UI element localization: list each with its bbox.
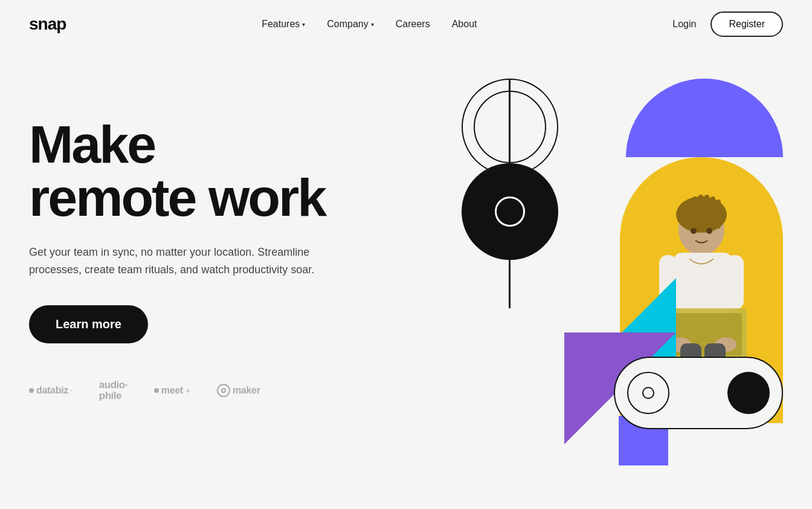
svg-point-16 [706, 228, 712, 234]
hero-description: Get your team in sync, no matter your lo… [29, 244, 319, 279]
pill-circle-filled-shape [727, 372, 770, 414]
black-circle-inner-shape [495, 196, 525, 227]
logo-databiz: databiz· [29, 385, 72, 396]
illustration-container [443, 79, 783, 441]
pill-outline-shape [614, 357, 783, 429]
hero-section: Make remote work Get your team in sync, … [0, 48, 812, 459]
dot-icon [29, 388, 34, 393]
nav-actions: Login Register [672, 11, 783, 37]
nav-item-careers[interactable]: Careers [396, 19, 430, 30]
nav-links: Features ▾ Company ▾ Careers About [262, 19, 477, 30]
pill-circle-inner-shape [642, 387, 654, 399]
nav-link-careers[interactable]: Careers [396, 19, 430, 29]
hero-title: Make remote work [29, 118, 419, 224]
purple-semicircle-shape [626, 79, 783, 157]
svg-rect-4 [698, 195, 703, 230]
dot-icon [154, 388, 159, 393]
hero-content: Make remote work Get your team in sync, … [29, 118, 443, 402]
chevron-down-icon: ▾ [302, 21, 305, 28]
nav-link-features[interactable]: Features ▾ [262, 19, 305, 30]
nav-link-company[interactable]: Company ▾ [327, 19, 373, 30]
logo-meet: meet+ [154, 385, 190, 396]
svg-rect-7 [717, 199, 721, 229]
navbar: snap Features ▾ Company ▾ Careers About … [0, 0, 812, 48]
logos-row: databiz· audio·phile meet+ maker [29, 380, 419, 402]
nav-item-features[interactable]: Features ▾ [262, 19, 305, 30]
register-button[interactable]: Register [710, 11, 783, 37]
svg-rect-3 [692, 196, 697, 230]
logo[interactable]: snap [29, 15, 66, 34]
svg-rect-10 [726, 255, 744, 310]
logo-audiophile: audio·phile [99, 380, 127, 402]
black-circle-shape [462, 163, 558, 260]
svg-rect-5 [704, 195, 709, 230]
svg-rect-6 [710, 196, 715, 228]
svg-point-15 [691, 228, 697, 234]
svg-rect-2 [686, 199, 691, 230]
hero-illustration [443, 79, 783, 441]
chevron-down-icon: ▾ [371, 21, 374, 28]
maker-icon [217, 384, 230, 397]
logo-maker: maker [217, 384, 260, 397]
login-button[interactable]: Login [672, 19, 696, 30]
pill-circle-outline-shape [627, 372, 669, 414]
learn-more-button[interactable]: Learn more [29, 305, 148, 343]
nav-item-company[interactable]: Company ▾ [327, 19, 373, 30]
nav-link-about[interactable]: About [452, 19, 477, 29]
nav-item-about[interactable]: About [452, 19, 477, 30]
